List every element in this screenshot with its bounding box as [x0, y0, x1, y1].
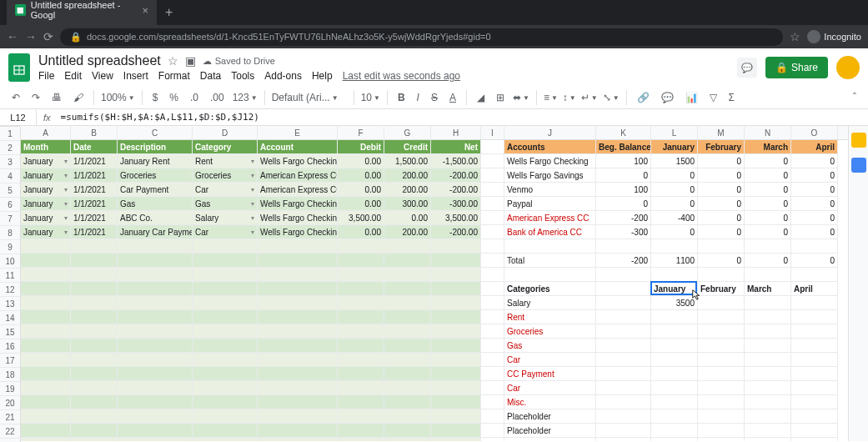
cell[interactable] [596, 367, 651, 381]
cell[interactable] [745, 239, 791, 254]
dec-decrease-icon[interactable]: .0 [187, 90, 202, 105]
cell[interactable] [481, 409, 504, 424]
cell[interactable]: January Rent [118, 154, 193, 168]
cell[interactable] [745, 268, 791, 282]
cell[interactable] [338, 381, 384, 395]
filter-icon[interactable]: ▽ [706, 90, 720, 105]
cell[interactable]: 200.00 [384, 168, 431, 183]
cell[interactable]: Salary▾ [193, 211, 258, 225]
cell[interactable]: 0 [745, 254, 791, 268]
cell[interactable] [651, 268, 698, 282]
italic-icon[interactable]: I [414, 90, 423, 105]
cell[interactable]: Bank of America CC [504, 225, 596, 239]
row-header[interactable]: 17 [0, 354, 20, 368]
cell[interactable]: 0.00 [338, 168, 384, 183]
font-select[interactable]: Default (Ari...▼ [272, 92, 347, 103]
cell-grid[interactable]: MonthDateDescriptionCategoryAccountDebit… [21, 140, 848, 441]
col-header[interactable]: B [71, 126, 118, 139]
cell[interactable] [193, 282, 258, 296]
halign-icon[interactable]: ≡▼ [544, 92, 558, 103]
row-header[interactable]: 20 [0, 396, 20, 410]
cell[interactable] [338, 282, 384, 296]
cell[interactable]: Car [504, 381, 596, 395]
cell[interactable]: April [791, 140, 838, 154]
col-header[interactable]: F [338, 126, 384, 139]
row-header[interactable]: 9 [0, 240, 20, 254]
cell[interactable]: CC Payment [504, 367, 596, 381]
cell[interactable] [193, 409, 258, 424]
cell[interactable] [698, 324, 745, 339]
cell[interactable] [21, 296, 71, 310]
cell[interactable] [651, 381, 698, 395]
cell[interactable] [71, 424, 118, 438]
cell[interactable] [71, 239, 118, 254]
cell[interactable]: Credit [384, 140, 431, 154]
cell[interactable] [193, 296, 258, 310]
cell[interactable] [384, 282, 431, 296]
cell[interactable]: Wells Fargo Checking▾ [258, 154, 338, 168]
cell[interactable] [745, 324, 791, 339]
cell[interactable] [698, 239, 745, 254]
cell[interactable] [504, 239, 596, 254]
cell[interactable]: 1/1/2021 [71, 211, 118, 225]
cell[interactable] [338, 268, 384, 282]
name-box[interactable]: L12 [0, 110, 37, 125]
cell[interactable] [384, 409, 431, 424]
cell[interactable] [651, 324, 698, 339]
cell[interactable]: Groceries▾ [193, 168, 258, 183]
cell[interactable]: 1/1/2021 [71, 183, 118, 197]
cell[interactable]: Wells Fargo Savings [504, 168, 596, 183]
cell[interactable] [384, 381, 431, 395]
cell[interactable] [596, 409, 651, 424]
cell[interactable]: 0 [651, 183, 698, 197]
redo-icon[interactable]: ↷ [28, 90, 43, 105]
star-icon[interactable]: ☆ [168, 54, 178, 68]
cell[interactable] [745, 296, 791, 310]
cell[interactable] [258, 424, 338, 438]
cell[interactable] [791, 424, 838, 438]
cell[interactable] [698, 310, 745, 324]
cell[interactable] [481, 268, 504, 282]
cell[interactable]: Placeholder [504, 424, 596, 438]
cell[interactable] [596, 353, 651, 367]
cell[interactable] [71, 339, 118, 353]
cell[interactable]: 0 [698, 254, 745, 268]
menu-tools[interactable]: Tools [231, 70, 254, 82]
cell[interactable]: February [698, 140, 745, 154]
cell[interactable] [745, 424, 791, 438]
cell[interactable]: Debit [338, 140, 384, 154]
cell[interactable]: 0 [791, 154, 838, 168]
cell[interactable] [596, 239, 651, 254]
cell[interactable] [258, 395, 338, 409]
cell[interactable]: 0.00 [338, 197, 384, 211]
cell[interactable] [481, 282, 504, 296]
cell[interactable] [481, 254, 504, 268]
fill-color-icon[interactable]: ◢ [474, 90, 488, 105]
row-header[interactable]: 5 [0, 183, 20, 198]
cell[interactable] [258, 296, 338, 310]
cell[interactable] [338, 310, 384, 324]
cell[interactable] [596, 424, 651, 438]
cell[interactable]: January▾ [21, 154, 71, 168]
collapse-toolbar-icon[interactable]: ˆ [850, 90, 860, 105]
cell[interactable] [384, 438, 431, 441]
cell[interactable] [481, 324, 504, 339]
cell[interactable] [791, 367, 838, 381]
currency-icon[interactable]: $ [149, 90, 162, 105]
cell[interactable] [431, 381, 481, 395]
cell[interactable]: March [745, 140, 791, 154]
cell[interactable] [258, 324, 338, 339]
cell[interactable] [745, 353, 791, 367]
cell[interactable] [193, 324, 258, 339]
cell[interactable] [596, 324, 651, 339]
cell[interactable] [71, 254, 118, 268]
cell[interactable] [384, 324, 431, 339]
cell[interactable] [431, 438, 481, 441]
cell[interactable] [384, 353, 431, 367]
cell[interactable] [21, 324, 71, 339]
row-header[interactable]: 19 [0, 382, 20, 396]
cell[interactable] [118, 339, 193, 353]
cell[interactable]: 0 [745, 168, 791, 183]
cell[interactable]: 0 [698, 183, 745, 197]
cell[interactable]: Wells Fargo Checking▾ [258, 211, 338, 225]
